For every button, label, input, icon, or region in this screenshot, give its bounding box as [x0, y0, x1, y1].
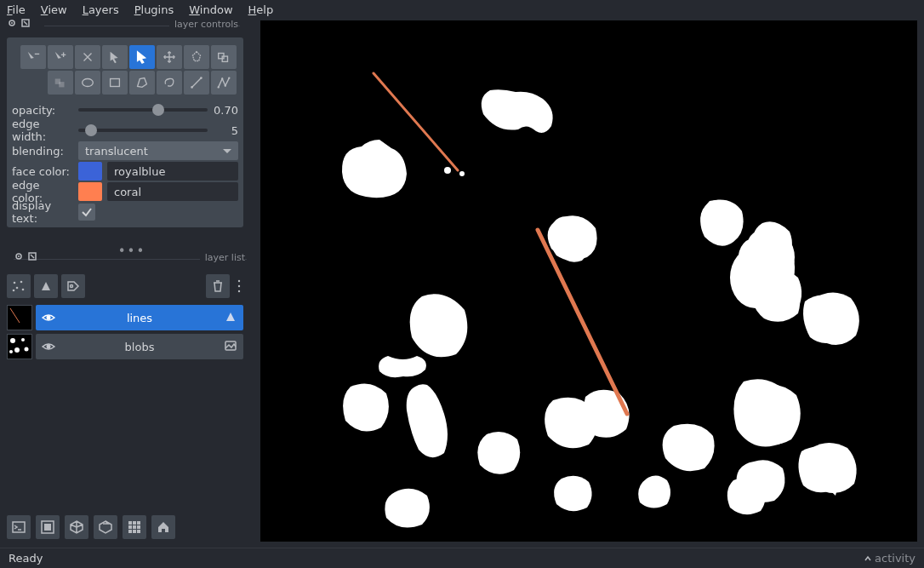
tool-ellipse[interactable]: [75, 71, 100, 95]
transpose-button[interactable]: [94, 515, 117, 539]
svg-point-32: [25, 347, 29, 352]
layer-controls-label: layer controls: [169, 19, 238, 30]
layer-name: blobs: [125, 341, 155, 353]
menu-view[interactable]: View: [41, 3, 67, 16]
tool-rectangle[interactable]: [48, 71, 73, 95]
visibility-icon[interactable]: [41, 310, 56, 325]
svg-point-48: [444, 167, 451, 174]
delete-layer-button[interactable]: [206, 274, 230, 298]
canvas[interactable]: [260, 20, 917, 542]
layer-thumbnail[interactable]: [7, 334, 32, 359]
layer-name: lines: [127, 312, 152, 324]
face-color-text: royalblue: [114, 165, 165, 178]
edge-width-label: edge width:: [12, 118, 73, 143]
new-shapes-button[interactable]: [34, 274, 58, 298]
svg-point-21: [22, 289, 25, 291]
opacity-slider[interactable]: [78, 108, 208, 112]
new-points-button[interactable]: [7, 274, 31, 298]
svg-point-49: [459, 171, 465, 176]
svg-point-7: [83, 79, 94, 87]
edge-width-value: 5: [213, 124, 238, 137]
svg-rect-44: [137, 525, 140, 529]
svg-point-30: [21, 338, 25, 341]
grid-button[interactable]: [123, 515, 146, 539]
status-ready: Ready: [9, 552, 43, 565]
svg-point-31: [14, 347, 20, 353]
face-color-swatch[interactable]: [78, 162, 102, 181]
svg-point-18: [14, 282, 16, 284]
expand-icon[interactable]: [7, 18, 17, 28]
blending-value: translucent: [85, 145, 148, 158]
svg-rect-42: [128, 525, 132, 529]
tool-lasso[interactable]: [157, 71, 182, 95]
layer-list-toolbar: [7, 274, 243, 298]
menu-file[interactable]: File: [7, 3, 26, 16]
edge-width-slider[interactable]: [78, 129, 208, 132]
tool-rectangle-outline[interactable]: [211, 45, 237, 69]
svg-point-14: [228, 77, 230, 78]
svg-rect-43: [133, 525, 136, 529]
drag-handle-icon[interactable]: •••: [118, 244, 146, 259]
edge-color-text: coral: [114, 186, 141, 198]
tool-add-point[interactable]: [48, 45, 73, 69]
edge-color-input[interactable]: coral: [107, 182, 238, 201]
menu-layers[interactable]: Layers: [83, 3, 119, 16]
svg-point-11: [218, 86, 220, 88]
tool-select[interactable]: [102, 45, 128, 69]
tool-transform[interactable]: [184, 45, 209, 69]
new-labels-button[interactable]: [61, 274, 85, 298]
kebab-icon[interactable]: [235, 278, 243, 295]
svg-point-1: [11, 22, 13, 24]
svg-point-23: [71, 285, 73, 288]
display-text-checkbox[interactable]: [78, 204, 95, 221]
svg-line-27: [10, 308, 20, 323]
console-button[interactable]: [7, 515, 31, 539]
svg-point-13: [225, 84, 226, 86]
activity-label: activity: [875, 552, 915, 565]
svg-point-28: [47, 316, 51, 320]
layer-row-blobs[interactable]: blobs: [36, 334, 243, 359]
svg-point-10: [200, 77, 202, 79]
face-color-input[interactable]: royalblue: [107, 162, 238, 181]
layer-row-lines[interactable]: lines: [36, 305, 243, 330]
layer-item: lines: [7, 305, 243, 330]
svg-point-9: [191, 86, 193, 89]
svg-rect-40: [133, 521, 136, 525]
tool-rect[interactable]: [102, 71, 128, 95]
layer-controls-panel: opacity: 0.70 edge width: 5 blending: tr…: [7, 37, 243, 227]
svg-rect-38: [44, 524, 51, 531]
tool-delete[interactable]: [75, 45, 100, 69]
svg-point-29: [10, 338, 15, 343]
tool-polygon[interactable]: [129, 71, 155, 95]
expand-icon[interactable]: [14, 251, 24, 261]
float-icon[interactable]: [27, 251, 37, 261]
shapes-type-icon: [225, 311, 237, 323]
viewer-buttons: [7, 515, 175, 539]
svg-point-33: [9, 350, 13, 353]
ndisplay-button[interactable]: [36, 515, 60, 539]
display-text-label: display text:: [12, 199, 73, 225]
tool-direct-select[interactable]: [129, 45, 155, 69]
svg-point-20: [16, 287, 19, 290]
svg-point-22: [13, 290, 15, 292]
edge-color-swatch[interactable]: [78, 182, 102, 201]
svg-point-26: [238, 290, 240, 292]
roll-button[interactable]: [65, 515, 88, 539]
menu-plugins[interactable]: Plugins: [134, 3, 174, 16]
svg-rect-39: [128, 521, 132, 525]
svg-rect-46: [133, 530, 136, 533]
menu-help[interactable]: Help: [248, 3, 274, 16]
home-button[interactable]: [151, 515, 175, 539]
tool-line[interactable]: [184, 71, 209, 95]
tool-pan[interactable]: [157, 45, 182, 69]
tool-remove-point[interactable]: [20, 45, 46, 69]
layer-list-divider: ••• layer list: [14, 249, 250, 266]
blending-combo[interactable]: translucent: [78, 141, 238, 160]
status-activity[interactable]: activity: [864, 552, 915, 565]
svg-point-12: [221, 77, 223, 79]
float-icon[interactable]: [20, 18, 31, 28]
layer-thumbnail[interactable]: [7, 305, 32, 330]
tool-path[interactable]: [211, 71, 237, 95]
visibility-icon[interactable]: [41, 339, 56, 354]
menu-window[interactable]: Window: [189, 3, 232, 16]
